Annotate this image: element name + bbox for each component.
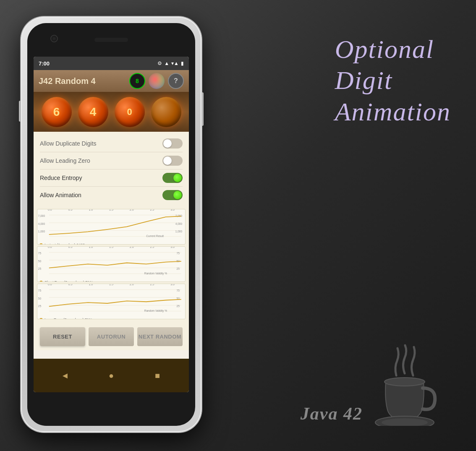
chart1-label: Instant (1 number) 6483 xyxy=(37,242,185,245)
chart2-legend-dot xyxy=(39,281,43,282)
chart3-label: Long Term (3 numbers) 71% xyxy=(37,317,185,319)
svg-text:4,000: 4,000 xyxy=(38,222,45,225)
toggle-knob-reduce-entropy xyxy=(173,174,182,182)
toggle-label-leading-zero: Allow Leading Zero xyxy=(40,157,90,164)
toggle-knob-duplicate xyxy=(163,139,172,148)
phone-screen-area: 7:00 ⚙ ▲ ▾▲ ▮ J42 Random 4 8 ? xyxy=(27,23,195,426)
optional-text-line2: Digit xyxy=(335,65,392,96)
chart3-svg: 75 50 25 75 50 25 Random Validity % xyxy=(37,286,185,315)
java-cup-icon xyxy=(367,342,442,426)
toggle-duplicate-digits[interactable] xyxy=(162,138,183,149)
svg-text:25: 25 xyxy=(177,305,180,308)
svg-text:75: 75 xyxy=(177,289,180,292)
svg-text:75: 75 xyxy=(38,252,42,255)
toggle-label-reduce-entropy: Reduce Entropy xyxy=(40,175,82,181)
status-bar: 7:00 ⚙ ▲ ▾▲ ▮ xyxy=(34,57,189,70)
chart-long-term: 0.0 0.5 1.0 1.5 2.0 2.5 3.0 xyxy=(37,284,186,319)
svg-text:Random Validity %: Random Validity % xyxy=(144,272,167,275)
signal-icon: ▲ xyxy=(164,60,169,66)
app-header: J42 Random 4 8 ? xyxy=(34,70,189,92)
chart-instant: 0.0 0.5 1.0 1.5 2.0 2.5 3.0 xyxy=(37,209,186,245)
svg-text:25: 25 xyxy=(38,267,42,270)
autorun-button[interactable]: AUTORUN xyxy=(89,327,134,346)
battery-icon: ▮ xyxy=(181,60,184,66)
optional-text-line3: Animation xyxy=(335,96,451,127)
svg-text:Random Validity %: Random Validity % xyxy=(144,309,167,313)
gear-status-icon: ⚙ xyxy=(157,60,162,66)
camera-icon xyxy=(50,35,58,42)
digit-display-area: 6 4 0 xyxy=(34,92,189,132)
toggle-leading-zero[interactable] xyxy=(162,156,183,166)
toggle-row-allow-animation: Allow Animation xyxy=(40,187,183,203)
back-nav-button[interactable]: ◄ xyxy=(56,366,75,385)
header-icons: 8 ? xyxy=(129,73,184,89)
chart3-legend-dot xyxy=(39,318,43,319)
svg-text:7,000: 7,000 xyxy=(38,214,45,217)
help-button[interactable]: ? xyxy=(168,73,184,89)
toggle-row-leading-zero: Allow Leading Zero xyxy=(40,152,183,169)
chart1-legend-dot xyxy=(39,243,43,245)
app-screen: 7:00 ⚙ ▲ ▾▲ ▮ J42 Random 4 8 ? xyxy=(34,57,189,392)
digit-ball-2: 4 xyxy=(78,97,108,127)
svg-text:1,000: 1,000 xyxy=(175,230,183,233)
chart2-label: Short Term (3 numbers) 71% xyxy=(37,279,185,282)
svg-text:50: 50 xyxy=(38,260,42,263)
toggle-reduce-entropy[interactable] xyxy=(162,173,183,183)
chart-short-term: 0.0 0.5 1.0 1.5 2.0 2.5 3.0 xyxy=(37,246,186,282)
digit-ball-3: 0 xyxy=(115,97,145,127)
toggle-label-allow-animation: Allow Animation xyxy=(40,192,81,198)
status-icons: ⚙ ▲ ▾▲ ▮ xyxy=(157,60,184,66)
svg-text:75: 75 xyxy=(177,252,180,255)
svg-text:25: 25 xyxy=(38,305,42,308)
toggle-label-duplicate: Allow Duplicate Digits xyxy=(40,140,97,147)
optional-text-line1: Optional xyxy=(335,34,434,65)
next-random-button[interactable]: NEXT RANDOM xyxy=(137,327,183,346)
color-settings-button[interactable] xyxy=(149,73,165,89)
svg-text:25: 25 xyxy=(177,267,180,270)
svg-text:50: 50 xyxy=(38,297,42,300)
svg-text:4,000: 4,000 xyxy=(175,222,183,225)
phone-device: 7:00 ⚙ ▲ ▾▲ ▮ J42 Random 4 8 ? xyxy=(21,17,201,432)
settings-area: Allow Duplicate Digits Allow Leading Zer… xyxy=(34,132,189,207)
chart2-svg: 75 50 25 75 50 25 Random Validity % xyxy=(37,248,185,278)
action-buttons: RESET AUTORUN NEXT RANDOM xyxy=(34,323,189,350)
charts-area: 0.0 0.5 1.0 1.5 2.0 2.5 3.0 xyxy=(34,207,189,323)
digit-ball-1: 6 xyxy=(42,97,72,127)
right-panel: Optional Digit Animation xyxy=(335,34,451,127)
chart1-svg: 7,000 4,000 1,000 7,000 4,000 1,000 Curr… xyxy=(37,211,185,240)
toggle-allow-animation[interactable] xyxy=(162,190,183,200)
svg-text:Current Result: Current Result xyxy=(146,235,164,237)
chart2-legend-text: Short Term (3 numbers) 71% xyxy=(44,280,93,282)
java-brand: Java 42 xyxy=(301,342,442,426)
digit-ball-4 xyxy=(151,97,181,127)
java-brand-text: Java 42 xyxy=(301,404,363,424)
speaker-icon xyxy=(94,38,128,42)
status-time: 7:00 xyxy=(39,60,50,67)
volume-button-left[interactable] xyxy=(19,101,21,122)
power-button[interactable] xyxy=(201,92,204,126)
svg-text:75: 75 xyxy=(38,289,42,292)
digit-settings-button[interactable]: 8 xyxy=(129,73,145,89)
recent-nav-button[interactable]: ■ xyxy=(148,366,167,385)
toggle-row-reduce-entropy: Reduce Entropy xyxy=(40,169,183,187)
toggle-knob-leading-zero xyxy=(163,156,172,165)
svg-text:1,000: 1,000 xyxy=(38,230,45,233)
chart3-legend-text: Long Term (3 numbers) 71% xyxy=(44,318,92,319)
phone-body: 7:00 ⚙ ▲ ▾▲ ▮ J42 Random 4 8 ? xyxy=(21,17,201,432)
toggle-row-duplicate: Allow Duplicate Digits xyxy=(40,135,183,152)
svg-point-33 xyxy=(384,378,425,386)
home-nav-button[interactable]: ● xyxy=(102,366,121,385)
reset-button[interactable]: RESET xyxy=(40,327,85,346)
navigation-bar: ◄ ● ■ xyxy=(34,359,189,392)
toggle-knob-allow-animation xyxy=(173,191,182,199)
chart1-legend-text: Instant (1 number) 6483 xyxy=(44,243,85,245)
app-title: J42 Random 4 xyxy=(39,76,96,86)
wifi-icon: ▾▲ xyxy=(171,60,179,66)
